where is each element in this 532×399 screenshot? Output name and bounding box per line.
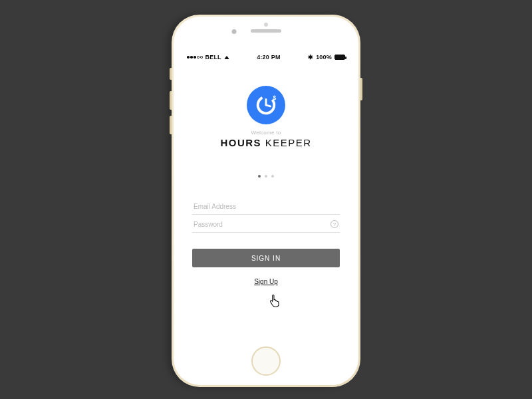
svg-line-2 <box>266 105 271 106</box>
battery-percent: 100% <box>316 54 332 61</box>
front-camera <box>232 29 237 34</box>
phone-body: BELL 4:20 PM ✱ 100% $ <box>174 17 358 385</box>
page-indicator[interactable] <box>183 175 349 178</box>
sign-in-button[interactable]: SIGN IN <box>192 249 340 267</box>
pager-dot-3[interactable] <box>271 175 274 178</box>
wifi-icon <box>224 56 229 59</box>
app-title: HOURS KEEPER <box>183 137 349 148</box>
carrier-label: BELL <box>205 54 221 61</box>
bluetooth-icon: ✱ <box>308 54 313 61</box>
status-bar: BELL 4:20 PM ✱ 100% <box>183 51 349 61</box>
app-logo: $ <box>247 86 285 124</box>
battery-icon <box>334 55 345 60</box>
proximity-sensor <box>264 23 268 27</box>
clock: 4:20 PM <box>257 54 280 61</box>
volume-down-button[interactable] <box>170 116 172 134</box>
mute-switch[interactable] <box>170 68 172 80</box>
email-field[interactable]: Email Address <box>192 198 340 215</box>
pager-dot-2[interactable] <box>265 175 267 178</box>
pager-dot-1[interactable] <box>258 175 261 178</box>
signal-strength-icon <box>187 56 203 59</box>
earpiece-speaker <box>251 29 281 33</box>
password-help-icon[interactable]: ? <box>331 220 338 228</box>
login-form: Email Address Password ? <box>192 198 340 233</box>
brand-bold: HOURS <box>220 137 261 148</box>
svg-text:$: $ <box>273 94 276 101</box>
sign-up-link[interactable]: Sign Up <box>183 278 349 285</box>
sign-in-label: SIGN IN <box>251 255 281 262</box>
screen: BELL 4:20 PM ✱ 100% $ <box>183 51 349 337</box>
home-button[interactable] <box>251 346 281 376</box>
volume-up-button[interactable] <box>170 91 172 110</box>
brand-light: KEEPER <box>265 137 312 148</box>
password-placeholder: Password <box>194 221 223 228</box>
password-field[interactable]: Password ? <box>192 215 340 233</box>
email-placeholder: Email Address <box>194 203 236 210</box>
phone-frame: BELL 4:20 PM ✱ 100% $ <box>172 15 360 387</box>
welcome-text: Welcome to <box>183 130 349 136</box>
power-button[interactable] <box>360 78 362 100</box>
